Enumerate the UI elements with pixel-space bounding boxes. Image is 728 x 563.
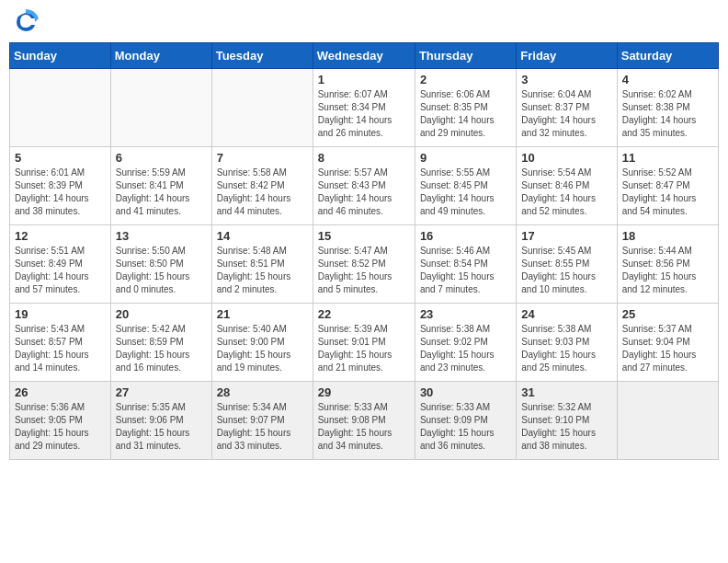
calendar-cell: 11Sunrise: 5:52 AM Sunset: 8:47 PM Dayli… bbox=[617, 147, 718, 225]
calendar-cell: 6Sunrise: 5:59 AM Sunset: 8:41 PM Daylig… bbox=[110, 147, 211, 225]
day-info: Sunrise: 6:01 AM Sunset: 8:39 PM Dayligh… bbox=[15, 167, 106, 218]
day-info: Sunrise: 5:45 AM Sunset: 8:55 PM Dayligh… bbox=[521, 245, 611, 296]
day-info: Sunrise: 5:33 AM Sunset: 9:08 PM Dayligh… bbox=[318, 401, 410, 453]
day-number: 19 bbox=[15, 307, 106, 321]
calendar-cell: 14Sunrise: 5:48 AM Sunset: 8:51 PM Dayli… bbox=[211, 225, 313, 304]
day-info: Sunrise: 6:06 AM Sunset: 8:35 PM Dayligh… bbox=[420, 88, 511, 140]
day-number: 30 bbox=[420, 385, 511, 399]
week-row-1: 1Sunrise: 6:07 AM Sunset: 8:34 PM Daylig… bbox=[10, 69, 719, 147]
calendar-cell: 1Sunrise: 6:07 AM Sunset: 8:34 PM Daylig… bbox=[313, 69, 415, 147]
day-number: 3 bbox=[521, 73, 611, 86]
calendar-cell: 13Sunrise: 5:50 AM Sunset: 8:50 PM Dayli… bbox=[110, 225, 211, 304]
calendar-cell: 26Sunrise: 5:36 AM Sunset: 9:05 PM Dayli… bbox=[10, 382, 111, 460]
weekday-header-monday: Monday bbox=[110, 43, 211, 69]
day-info: Sunrise: 5:54 AM Sunset: 8:46 PM Dayligh… bbox=[521, 167, 611, 218]
day-number: 8 bbox=[318, 151, 410, 165]
day-number: 9 bbox=[420, 151, 511, 165]
calendar-cell: 4Sunrise: 6:02 AM Sunset: 8:38 PM Daylig… bbox=[617, 69, 718, 147]
day-number: 16 bbox=[420, 229, 511, 243]
calendar-cell: 30Sunrise: 5:33 AM Sunset: 9:09 PM Dayli… bbox=[415, 382, 516, 460]
day-number: 11 bbox=[622, 151, 713, 165]
calendar-cell: 19Sunrise: 5:43 AM Sunset: 8:57 PM Dayli… bbox=[10, 304, 111, 382]
day-info: Sunrise: 5:58 AM Sunset: 8:42 PM Dayligh… bbox=[217, 167, 308, 218]
day-info: Sunrise: 5:39 AM Sunset: 9:01 PM Dayligh… bbox=[318, 323, 410, 374]
calendar-cell: 27Sunrise: 5:35 AM Sunset: 9:06 PM Dayli… bbox=[110, 382, 211, 460]
calendar-cell bbox=[211, 69, 313, 147]
day-number: 23 bbox=[420, 307, 511, 321]
day-info: Sunrise: 5:55 AM Sunset: 8:45 PM Dayligh… bbox=[420, 167, 511, 218]
calendar-cell bbox=[10, 69, 111, 147]
calendar-cell: 17Sunrise: 5:45 AM Sunset: 8:55 PM Dayli… bbox=[517, 225, 617, 304]
page-header bbox=[9, 9, 719, 35]
weekday-header-thursday: Thursday bbox=[415, 43, 516, 69]
calendar-cell bbox=[110, 69, 211, 147]
calendar-cell: 24Sunrise: 5:38 AM Sunset: 9:03 PM Dayli… bbox=[517, 304, 617, 382]
day-info: Sunrise: 5:51 AM Sunset: 8:49 PM Dayligh… bbox=[15, 245, 106, 296]
day-number: 29 bbox=[318, 385, 410, 399]
weekday-header-tuesday: Tuesday bbox=[211, 43, 313, 69]
day-info: Sunrise: 5:36 AM Sunset: 9:05 PM Dayligh… bbox=[15, 401, 106, 453]
calendar-cell: 8Sunrise: 5:57 AM Sunset: 8:43 PM Daylig… bbox=[313, 147, 415, 225]
calendar-cell: 28Sunrise: 5:34 AM Sunset: 9:07 PM Dayli… bbox=[211, 382, 313, 460]
day-number: 14 bbox=[217, 229, 308, 243]
day-number: 12 bbox=[15, 229, 106, 243]
day-info: Sunrise: 5:42 AM Sunset: 8:59 PM Dayligh… bbox=[116, 323, 207, 374]
calendar-cell: 29Sunrise: 5:33 AM Sunset: 9:08 PM Dayli… bbox=[313, 382, 415, 460]
day-number: 2 bbox=[420, 73, 511, 86]
day-info: Sunrise: 5:50 AM Sunset: 8:50 PM Dayligh… bbox=[116, 245, 207, 296]
weekday-header-friday: Friday bbox=[517, 43, 617, 69]
calendar-cell: 25Sunrise: 5:37 AM Sunset: 9:04 PM Dayli… bbox=[617, 304, 718, 382]
day-number: 25 bbox=[622, 307, 713, 321]
day-info: Sunrise: 5:40 AM Sunset: 9:00 PM Dayligh… bbox=[217, 323, 308, 374]
week-row-3: 12Sunrise: 5:51 AM Sunset: 8:49 PM Dayli… bbox=[10, 225, 719, 304]
day-info: Sunrise: 5:35 AM Sunset: 9:06 PM Dayligh… bbox=[116, 401, 207, 453]
day-number: 10 bbox=[521, 151, 611, 165]
weekday-header-wednesday: Wednesday bbox=[313, 43, 415, 69]
calendar-cell: 15Sunrise: 5:47 AM Sunset: 8:52 PM Dayli… bbox=[313, 225, 415, 304]
calendar-cell: 31Sunrise: 5:32 AM Sunset: 9:10 PM Dayli… bbox=[517, 382, 617, 460]
week-row-4: 19Sunrise: 5:43 AM Sunset: 8:57 PM Dayli… bbox=[10, 304, 719, 382]
day-number: 31 bbox=[521, 385, 611, 399]
calendar-cell: 20Sunrise: 5:42 AM Sunset: 8:59 PM Dayli… bbox=[110, 304, 211, 382]
day-info: Sunrise: 5:37 AM Sunset: 9:04 PM Dayligh… bbox=[622, 323, 713, 374]
day-number: 1 bbox=[318, 73, 410, 86]
day-info: Sunrise: 5:47 AM Sunset: 8:52 PM Dayligh… bbox=[318, 245, 410, 296]
day-info: Sunrise: 6:04 AM Sunset: 8:37 PM Dayligh… bbox=[521, 88, 611, 140]
calendar-cell: 3Sunrise: 6:04 AM Sunset: 8:37 PM Daylig… bbox=[517, 69, 617, 147]
week-row-2: 5Sunrise: 6:01 AM Sunset: 8:39 PM Daylig… bbox=[10, 147, 719, 225]
day-info: Sunrise: 6:02 AM Sunset: 8:38 PM Dayligh… bbox=[622, 88, 713, 140]
calendar-cell: 18Sunrise: 5:44 AM Sunset: 8:56 PM Dayli… bbox=[617, 225, 718, 304]
day-number: 18 bbox=[622, 229, 713, 243]
day-number: 13 bbox=[116, 229, 207, 243]
day-info: Sunrise: 5:52 AM Sunset: 8:47 PM Dayligh… bbox=[622, 167, 713, 218]
day-number: 20 bbox=[116, 307, 207, 321]
week-row-5: 26Sunrise: 5:36 AM Sunset: 9:05 PM Dayli… bbox=[10, 382, 719, 460]
calendar-cell bbox=[617, 382, 718, 460]
day-info: Sunrise: 5:43 AM Sunset: 8:57 PM Dayligh… bbox=[15, 323, 106, 374]
day-number: 22 bbox=[318, 307, 410, 321]
calendar-cell: 21Sunrise: 5:40 AM Sunset: 9:00 PM Dayli… bbox=[211, 304, 313, 382]
logo-icon bbox=[13, 9, 39, 35]
weekday-header-row: SundayMondayTuesdayWednesdayThursdayFrid… bbox=[10, 43, 719, 69]
day-number: 26 bbox=[15, 385, 106, 399]
day-info: Sunrise: 5:32 AM Sunset: 9:10 PM Dayligh… bbox=[521, 401, 611, 453]
day-info: Sunrise: 5:46 AM Sunset: 8:54 PM Dayligh… bbox=[420, 245, 511, 296]
day-info: Sunrise: 5:59 AM Sunset: 8:41 PM Dayligh… bbox=[116, 167, 207, 218]
calendar-cell: 23Sunrise: 5:38 AM Sunset: 9:02 PM Dayli… bbox=[415, 304, 516, 382]
calendar-table: SundayMondayTuesdayWednesdayThursdayFrid… bbox=[9, 42, 719, 460]
day-number: 7 bbox=[217, 151, 308, 165]
day-info: Sunrise: 5:57 AM Sunset: 8:43 PM Dayligh… bbox=[318, 167, 410, 218]
day-info: Sunrise: 5:33 AM Sunset: 9:09 PM Dayligh… bbox=[420, 401, 511, 453]
day-number: 24 bbox=[521, 307, 611, 321]
weekday-header-sunday: Sunday bbox=[10, 43, 111, 69]
calendar-cell: 9Sunrise: 5:55 AM Sunset: 8:45 PM Daylig… bbox=[415, 147, 516, 225]
day-info: Sunrise: 5:34 AM Sunset: 9:07 PM Dayligh… bbox=[217, 401, 308, 453]
day-number: 21 bbox=[217, 307, 308, 321]
day-info: Sunrise: 5:38 AM Sunset: 9:03 PM Dayligh… bbox=[521, 323, 611, 374]
weekday-header-saturday: Saturday bbox=[617, 43, 718, 69]
calendar-cell: 2Sunrise: 6:06 AM Sunset: 8:35 PM Daylig… bbox=[415, 69, 516, 147]
calendar-cell: 7Sunrise: 5:58 AM Sunset: 8:42 PM Daylig… bbox=[211, 147, 313, 225]
day-info: Sunrise: 5:48 AM Sunset: 8:51 PM Dayligh… bbox=[217, 245, 308, 296]
day-number: 28 bbox=[217, 385, 308, 399]
calendar-cell: 22Sunrise: 5:39 AM Sunset: 9:01 PM Dayli… bbox=[313, 304, 415, 382]
